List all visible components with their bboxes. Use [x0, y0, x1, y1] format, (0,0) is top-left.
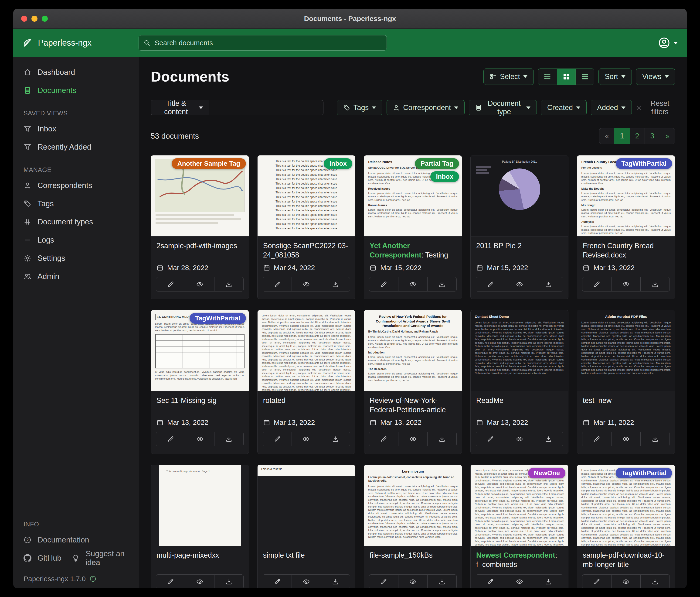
pagination-next[interactable]: » — [660, 128, 675, 144]
document-title[interactable]: multi-page-mixedxx — [151, 546, 249, 571]
edit-button[interactable] — [369, 432, 398, 446]
created-filter-button[interactable]: Created — [541, 100, 586, 115]
document-correspondent[interactable]: Newest Correspondent — [476, 551, 555, 559]
search-input[interactable] — [139, 35, 387, 51]
view-button[interactable] — [398, 575, 427, 588]
tag-pill[interactable]: TagWithPartial — [616, 158, 672, 169]
document-thumbnail[interactable]: This is a multi page document. Page 1. — [151, 465, 249, 546]
edit-button[interactable] — [476, 277, 505, 291]
document-card[interactable]: Contact Sheet DemoLorem ipsum dolor sit … — [470, 310, 569, 454]
sidebar-item-documentation[interactable]: ? Documentation — [13, 531, 139, 549]
document-thumbnail[interactable]: 11. CONTINUING MEDICAL EDUCATIONLorem ip… — [151, 310, 249, 391]
sidebar-item-suggest-idea[interactable]: Suggest an idea — [61, 549, 139, 567]
document-card[interactable]: Lorem ipsum dolor sit amet, consectetur … — [257, 310, 356, 454]
edit-button[interactable] — [582, 432, 611, 446]
document-type-filter-button[interactable]: Document type — [469, 100, 536, 115]
reset-filters-button[interactable]: Reset filters — [636, 99, 675, 116]
document-thumbnail[interactable]: Lorem ipsum dolor sit amet, consectetur … — [471, 465, 569, 546]
user-menu[interactable] — [658, 37, 678, 49]
edit-button[interactable] — [582, 575, 611, 588]
edit-button[interactable] — [369, 277, 398, 291]
zoom-window-button[interactable] — [42, 16, 48, 22]
close-window-button[interactable] — [21, 16, 27, 22]
edit-button[interactable] — [369, 575, 398, 588]
download-button[interactable] — [214, 575, 243, 588]
pagination-page-1[interactable]: 1 — [614, 128, 630, 144]
sidebar-item-recently-added[interactable]: Recently Added — [13, 138, 139, 156]
document-card[interactable]: This is a test for the double space char… — [257, 155, 356, 299]
document-card[interactable]: French Country BreadFor the Leaven:Lorem… — [577, 155, 675, 299]
view-button[interactable] — [611, 432, 641, 446]
edit-button[interactable] — [582, 277, 611, 291]
sidebar-item-inbox[interactable]: Inbox — [13, 120, 139, 138]
sidebar-item-admin[interactable]: Admin — [13, 267, 139, 285]
document-title[interactable]: Newest Correspondent: f_combineds — [471, 546, 569, 571]
document-title[interactable]: Sonstige ScanPC2022 03-24_081058 — [257, 237, 355, 261]
minimize-window-button[interactable] — [31, 16, 38, 22]
info-circle-icon[interactable] — [90, 575, 96, 582]
download-button[interactable] — [321, 432, 350, 446]
document-card[interactable]: Adobe Acrobat PDF FilesLorem ipsum dolor… — [577, 310, 675, 454]
document-card[interactable]: Another Sample Tag2sample-pdf-with-image… — [151, 155, 249, 299]
document-thumbnail[interactable]: Contact Sheet DemoLorem ipsum dolor sit … — [471, 310, 569, 391]
download-button[interactable] — [534, 575, 563, 588]
tag-pill[interactable]: Inbox — [430, 171, 459, 182]
detail-view-button[interactable] — [575, 69, 594, 85]
document-card[interactable]: Lorem ipsumLorem ipsum dolor sit amet, c… — [364, 464, 462, 588]
app-brand[interactable]: Paperless-ngx — [22, 38, 139, 48]
download-button[interactable] — [427, 277, 456, 291]
document-card[interactable]: This is a multi page document. Page 1.mu… — [151, 464, 249, 588]
view-button[interactable] — [398, 277, 427, 291]
document-title[interactable]: simple txt file — [257, 546, 355, 571]
edit-button[interactable] — [263, 277, 292, 291]
download-button[interactable] — [427, 575, 456, 588]
sidebar-item-tags[interactable]: Tags — [13, 195, 139, 213]
document-title[interactable]: Sec 11-Missing sig — [151, 391, 249, 416]
sidebar-item-correspondents[interactable]: Correspondents — [13, 176, 139, 195]
edit-button[interactable] — [156, 277, 185, 291]
sidebar-item-github[interactable]: GitHub — [13, 549, 61, 567]
edit-button[interactable] — [156, 575, 185, 588]
sidebar-item-document-types[interactable]: Document types — [13, 213, 139, 231]
view-button[interactable] — [292, 432, 321, 446]
grid-view-button[interactable] — [557, 69, 575, 85]
pagination-page-2[interactable]: 2 — [629, 128, 645, 144]
document-thumbnail[interactable]: Lorem ipsum dolor sit amet, consectetur … — [577, 465, 675, 546]
document-card[interactable]: Lorem ipsum dolor sit amet, consectetur … — [470, 464, 569, 588]
list-view-button[interactable] — [538, 69, 557, 85]
document-thumbnail[interactable]: Lorem ipsumLorem ipsum dolor sit amet, c… — [364, 465, 462, 546]
document-thumbnail[interactable]: Release NotesSimba ODBC Driver for SQL S… — [364, 156, 462, 237]
download-button[interactable] — [641, 277, 670, 291]
select-button[interactable]: Select — [483, 69, 534, 85]
document-thumbnail[interactable]: Adobe Acrobat PDF FilesLorem ipsum dolor… — [577, 310, 675, 391]
document-title[interactable]: 2011 BP Pie 2 — [471, 237, 569, 261]
view-button[interactable] — [505, 575, 534, 588]
view-button[interactable] — [185, 277, 214, 291]
document-card[interactable]: 11. CONTINUING MEDICAL EDUCATIONLorem ip… — [151, 310, 249, 454]
added-filter-button[interactable]: Added — [591, 100, 632, 115]
download-button[interactable] — [214, 277, 243, 291]
edit-button[interactable] — [263, 575, 292, 588]
document-title[interactable]: ReadMe — [471, 391, 569, 416]
document-thumbnail[interactable]: Patient BP Distribution 2011 — [471, 156, 569, 237]
tag-pill[interactable]: NewOne — [528, 468, 566, 478]
download-button[interactable] — [534, 277, 563, 291]
tags-filter-button[interactable]: Tags — [337, 100, 382, 115]
sort-button[interactable]: Sort — [598, 69, 632, 85]
document-correspondent[interactable]: Yet Another Correspondent — [370, 242, 421, 259]
document-title[interactable]: rotated — [257, 391, 355, 416]
view-button[interactable] — [292, 575, 321, 588]
view-button[interactable] — [611, 277, 641, 291]
document-title[interactable]: French Country Bread Revised.docx — [577, 237, 675, 261]
edit-button[interactable] — [476, 575, 505, 588]
download-button[interactable] — [321, 277, 350, 291]
title-content-filter-button[interactable]: Title & content — [151, 100, 209, 115]
document-thumbnail[interactable]: Review of New York Federal Petitions for… — [364, 310, 462, 391]
download-button[interactable] — [641, 432, 670, 446]
document-title[interactable]: test_new — [577, 391, 675, 416]
document-title[interactable]: Review-of-New-York-Federal-Petitions-art… — [364, 391, 462, 416]
download-button[interactable] — [214, 432, 243, 446]
view-button[interactable] — [292, 277, 321, 291]
download-button[interactable] — [534, 432, 563, 446]
tag-pill[interactable]: TagWithPartial — [190, 313, 246, 324]
